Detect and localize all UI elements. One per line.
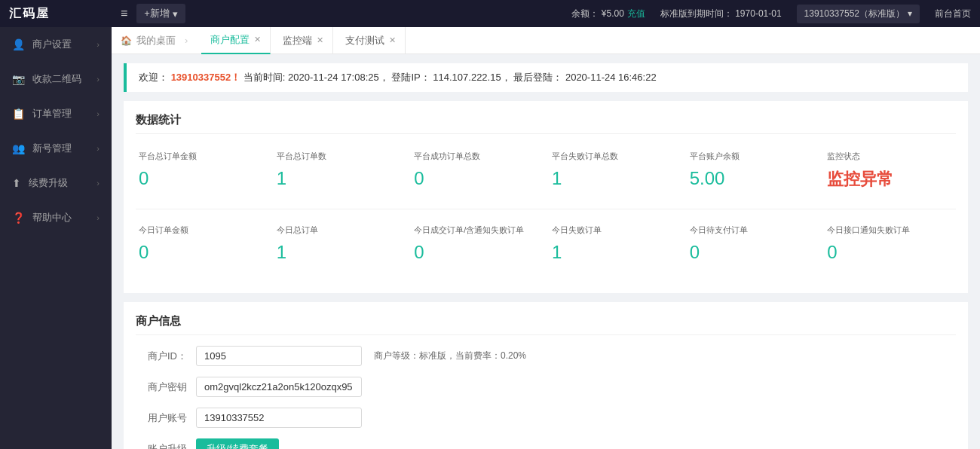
new-btn[interactable]: +新增 ▾	[136, 4, 185, 23]
merchant-level-info: 商户等级：标准版，当前费率：0.20%	[374, 350, 526, 362]
stats-row2: 今日订单金额 0 今日总订单 1 今日成交订单/含通知失败订单 0 今日失败订单…	[136, 218, 956, 269]
help-icon: ❓	[12, 212, 25, 224]
topbar: 汇码屋 ≡ +新增 ▾ 余额： ¥5.00 充值 标准版到期时间： 1970-0…	[0, 0, 980, 27]
merchant-secret-row: 商户密钥 om2gvql2kcz21a2on5k120ozqx95	[136, 377, 956, 397]
sidebar-item-upgrade[interactable]: ⬆ 续费升级 ›	[0, 166, 112, 200]
merchant-upgrade-row: 账户升级 升级/续费套餐	[136, 438, 956, 449]
merchant-account-value: 13910337552	[196, 408, 362, 428]
stat-today-orders: 今日总订单 1	[274, 218, 406, 269]
sidebar-item-merchant-settings[interactable]: 👤 商户设置 ›	[0, 27, 112, 62]
merchant-secret-value: om2gvql2kcz21a2on5k120ozqx95	[196, 377, 362, 397]
home-icon: 🏠	[121, 35, 132, 46]
sidebar-item-orders[interactable]: 📋 订单管理 ›	[0, 96, 112, 131]
balance-info: 余额： ¥5.00 充值	[571, 8, 645, 20]
tab-close-monitor[interactable]: ✕	[317, 35, 323, 45]
welcome-banner: 欢迎： 13910337552！ 当前时间: 2020-11-24 17:08:…	[124, 63, 968, 92]
stat-today-success: 今日成交订单/含通知失败订单 0	[411, 218, 543, 269]
stats-section: 数据统计 平台总订单金额 0 平台总订单数 1 平台成功订单总数 0	[124, 101, 968, 293]
upgrade-icon: ⬆	[12, 177, 21, 189]
tab-close-payment-test[interactable]: ✕	[389, 35, 396, 45]
upgrade-btn[interactable]: 升级/续费套餐	[196, 438, 279, 449]
accounts-icon: 👥	[12, 142, 25, 154]
stat-monitor-status: 监控状态 监控异常	[824, 145, 956, 197]
tab-monitor[interactable]: 监控端 ✕	[274, 27, 333, 54]
stat-success-orders: 平台成功订单总数 0	[411, 145, 543, 197]
stat-today-failed: 今日失败订单 1	[549, 218, 681, 269]
merchant-title: 商户信息	[136, 314, 956, 335]
stat-today-pending: 今日待支付订单 0	[687, 218, 819, 269]
tab-payment-test[interactable]: 支付测试 ✕	[336, 27, 406, 54]
user-menu-btn[interactable]: 13910337552（标准版） ▾	[797, 5, 920, 23]
stat-balance: 平台账户余额 5.00	[687, 145, 819, 197]
stat-total-orders: 平台总订单数 1	[274, 145, 406, 197]
merchant-info-table: 商户ID： 1095 商户等级：标准版，当前费率：0.20% 商户密钥 om2g…	[136, 346, 956, 449]
stat-failed-orders: 平台失败订单总数 1	[549, 145, 681, 197]
tab-merchant-config[interactable]: 商户配置 ✕	[201, 27, 271, 54]
tabbar: 🏠 我的桌面 › 商户配置 ✕ 监控端 ✕ 支付测试 ✕	[112, 27, 980, 54]
recharge-link[interactable]: 充值	[627, 8, 645, 20]
merchant-id-value: 1095	[196, 346, 362, 366]
merchant-section: 商户信息 商户ID： 1095 商户等级：标准版，当前费率：0.20% 商户密钥…	[124, 302, 968, 449]
topbar-right: 余额： ¥5.00 充值 标准版到期时间： 1970-01-01 1391033…	[571, 5, 971, 23]
stat-today-amount: 今日订单金额 0	[136, 218, 268, 269]
content-area: 🏠 我的桌面 › 商户配置 ✕ 监控端 ✕ 支付测试 ✕ 欢迎： 139103	[112, 27, 980, 449]
tab-close-merchant[interactable]: ✕	[254, 35, 261, 44]
stat-today-notify-failed: 今日接口通知失败订单 0	[824, 218, 956, 269]
sidebar-item-help[interactable]: ❓ 帮助中心 ›	[0, 200, 112, 235]
tab-home[interactable]: 🏠 我的桌面 ›	[121, 27, 201, 54]
stats-row1: 平台总订单金额 0 平台总订单数 1 平台成功订单总数 0 平台失败订单总数 1	[136, 145, 956, 197]
front-link[interactable]: 前台首页	[935, 8, 971, 20]
merchant-account-row: 用户账号 13910337552	[136, 408, 956, 428]
sidebar: 👤 商户设置 › 📷 收款二维码 › 📋 订单管理 › 👥 新号管理 › ⬆ 续…	[0, 27, 112, 449]
stats-divider	[136, 209, 956, 209]
main-layout: 👤 商户设置 › 📷 收款二维码 › 📋 订单管理 › 👥 新号管理 › ⬆ 续…	[0, 27, 980, 449]
merchant-id-row: 商户ID： 1095 商户等级：标准版，当前费率：0.20%	[136, 346, 956, 366]
stats-title: 数据统计	[136, 113, 956, 134]
welcome-user: 13910337552！	[171, 72, 241, 83]
stat-total-amount: 平台总订单金额 0	[136, 145, 268, 197]
orders-icon: 📋	[12, 108, 25, 120]
sidebar-item-qrcode[interactable]: 📷 收款二维码 ›	[0, 62, 112, 96]
expire-info: 标准版到期时间： 1970-01-01	[660, 8, 782, 20]
user-icon: 👤	[12, 38, 25, 50]
page-content: 欢迎： 13910337552！ 当前时间: 2020-11-24 17:08:…	[112, 54, 980, 449]
sidebar-item-accounts[interactable]: 👥 新号管理 ›	[0, 131, 112, 166]
qrcode-icon: 📷	[12, 73, 25, 85]
logo: 汇码屋	[9, 6, 121, 22]
menu-icon[interactable]: ≡	[121, 7, 127, 20]
